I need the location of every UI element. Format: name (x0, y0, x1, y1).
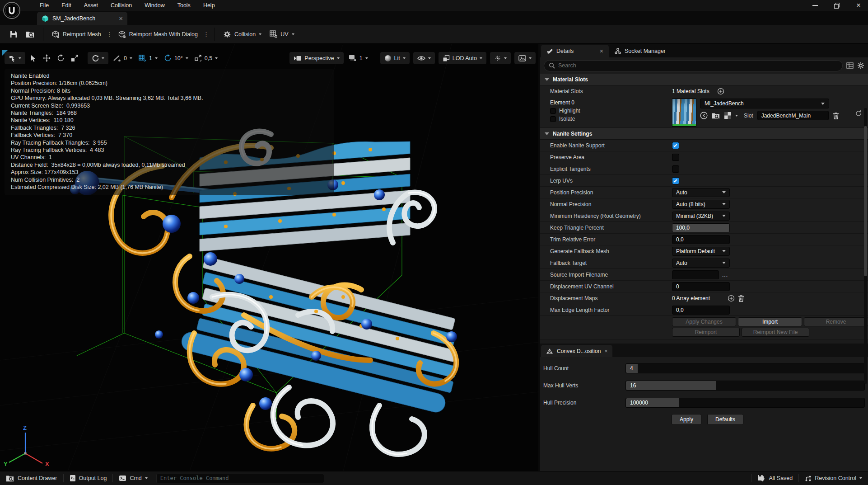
tab-close-icon[interactable]: × (119, 14, 123, 22)
fallback-target-dropdown[interactable]: Auto (672, 259, 730, 268)
menu-window[interactable]: Window (138, 0, 171, 10)
material-asset-dropdown[interactable]: MI_JadedBench (700, 99, 829, 108)
remove-button[interactable]: Remove (804, 317, 868, 326)
material-slots-header[interactable]: Material Slots (540, 74, 868, 85)
preserve-area-checkbox[interactable] (672, 154, 679, 161)
surface-snapping-button[interactable]: 0 (112, 52, 134, 64)
perspective-button[interactable]: Perspective (289, 52, 343, 64)
all-saved-button[interactable]: All Saved (751, 471, 798, 485)
lit-mode-button[interactable]: Lit (380, 52, 410, 64)
displacement-uv-channel-field[interactable]: 0 (672, 282, 730, 291)
menu-tools[interactable]: Tools (171, 0, 197, 10)
reset-to-default-icon[interactable] (855, 110, 862, 117)
menu-edit[interactable]: Edit (55, 0, 78, 10)
lerp-uvs-checkbox[interactable] (672, 177, 679, 184)
position-precision-dropdown[interactable]: Auto (672, 188, 730, 197)
scale-tool-button[interactable] (70, 52, 79, 64)
asset-tab-sm-jadedbench[interactable]: SM_JadedBench × (37, 12, 127, 25)
gear-icon[interactable] (857, 62, 864, 69)
rotate-tool-button[interactable] (56, 52, 66, 64)
reimport-button[interactable]: Reimport (672, 328, 740, 337)
import-button[interactable]: Import (738, 317, 802, 326)
reimport-options-button[interactable]: ⋮ (105, 31, 114, 38)
material-thumbnail[interactable] (672, 99, 696, 127)
screen-size-button[interactable]: 1 (347, 52, 369, 64)
save-button[interactable] (5, 28, 22, 41)
enable-nanite-checkbox[interactable] (672, 142, 679, 149)
rotation-snapping-button[interactable]: 10° (163, 52, 190, 64)
cmd-dropdown[interactable]: Cmd (113, 471, 153, 485)
uv-menu-button[interactable]: UV (266, 28, 298, 41)
scale-snapping-button[interactable]: 0,5 (193, 52, 219, 64)
convex-defaults-button[interactable]: Defaults (707, 414, 743, 425)
reimport-dialog-options-button[interactable]: ⋮ (202, 31, 210, 38)
coordinate-system-button[interactable] (88, 52, 108, 64)
menu-collision[interactable]: Collision (104, 0, 138, 10)
keep-triangle-percent-field[interactable]: 100,0 (672, 223, 730, 232)
browse-to-material-icon[interactable] (712, 112, 720, 119)
generate-fallback-mesh-dropdown[interactable]: Platform Default (672, 247, 730, 256)
slot-name-input[interactable] (757, 111, 829, 120)
tab-close-icon[interactable]: × (600, 47, 603, 55)
translate-tool-button[interactable] (42, 52, 52, 64)
clear-array-icon[interactable] (738, 295, 744, 302)
use-selected-asset-icon[interactable] (700, 112, 708, 119)
viewport-3d[interactable]: 0 1 10° (0, 44, 538, 471)
details-scrollbar-thumb[interactable] (864, 126, 867, 276)
add-material-slot-icon[interactable] (717, 88, 724, 95)
tab-close-icon[interactable]: × (604, 348, 607, 354)
apply-changes-button[interactable]: Apply Changes (672, 317, 736, 326)
convex-apply-button[interactable]: Apply (672, 414, 701, 425)
checker-options-icon[interactable] (724, 112, 731, 119)
selection-mode-button[interactable] (5, 52, 25, 64)
tab-socket-manager[interactable]: Socket Manager (609, 45, 671, 57)
reimport-new-file-button[interactable]: Reimport New File (742, 328, 809, 337)
search-box[interactable] (544, 60, 843, 71)
grid-snapping-button[interactable]: 1 (137, 52, 159, 64)
explicit-tangents-checkbox[interactable] (672, 165, 679, 173)
collision-menu-button[interactable]: Collision (219, 28, 266, 41)
browse-to-asset-button[interactable] (22, 28, 39, 41)
hull-count-slider[interactable]: 4 (625, 363, 865, 373)
revision-control-button[interactable]: Revision Control (799, 471, 868, 485)
stat-line: Distance Field: 35x84x28 = 0,00Mb always… (7, 161, 334, 169)
capture-options-button[interactable] (514, 52, 536, 64)
minimum-residency-dropdown[interactable]: Minimal (32KB) (672, 212, 730, 221)
highlight-checkbox[interactable] (550, 108, 556, 114)
nanite-settings-header[interactable]: Nanite Settings (540, 128, 868, 140)
tab-convex-decomposition[interactable]: Convex D...osition × (541, 345, 612, 357)
reimport-mesh-button[interactable]: Reimport Mesh (47, 28, 105, 41)
add-array-element-icon[interactable] (728, 295, 735, 302)
show-flags-button[interactable] (413, 52, 435, 64)
chevron-down-icon[interactable] (735, 115, 738, 117)
view-options-group: Perspective 1 Lit (289, 52, 536, 64)
menu-file[interactable]: File (33, 0, 55, 10)
tab-details[interactable]: Details × (541, 45, 609, 57)
display-filter-icon[interactable] (846, 62, 854, 69)
minimize-button[interactable] (812, 2, 818, 9)
hull-precision-slider[interactable]: 100000 (625, 398, 865, 408)
search-input[interactable] (558, 62, 838, 69)
unreal-logo[interactable] (3, 1, 21, 19)
menu-asset[interactable]: Asset (78, 0, 104, 10)
browse-file-button[interactable]: ... (722, 272, 728, 278)
isolate-checkbox[interactable] (550, 116, 556, 122)
restore-button[interactable] (834, 2, 840, 9)
console-command-input[interactable] (156, 474, 324, 483)
menu-help[interactable]: Help (197, 0, 221, 10)
collision-menu-label: Collision (234, 31, 256, 38)
normal-precision-dropdown[interactable]: Auto (8 bits) (672, 200, 730, 209)
content-drawer-button[interactable]: Content Drawer (0, 471, 63, 485)
output-log-button[interactable]: Output Log (64, 471, 113, 485)
delete-slot-icon[interactable] (833, 112, 839, 119)
lod-button[interactable]: LOD Auto (439, 52, 486, 64)
view-effects-button[interactable] (490, 52, 511, 64)
trim-relative-error-field[interactable]: 0,0 (672, 235, 730, 244)
max-hull-verts-slider[interactable]: 16 (625, 381, 865, 391)
reimport-mesh-dialog-button[interactable]: Reimport Mesh With Dialog (114, 28, 202, 41)
select-tool-button[interactable] (29, 52, 38, 64)
max-edge-length-factor-field[interactable]: 0,0 (672, 306, 730, 315)
close-button[interactable]: × (855, 2, 862, 9)
source-import-filename-field[interactable] (672, 270, 719, 279)
property-row: Generate Fallback Mesh Platform Default (540, 245, 868, 257)
